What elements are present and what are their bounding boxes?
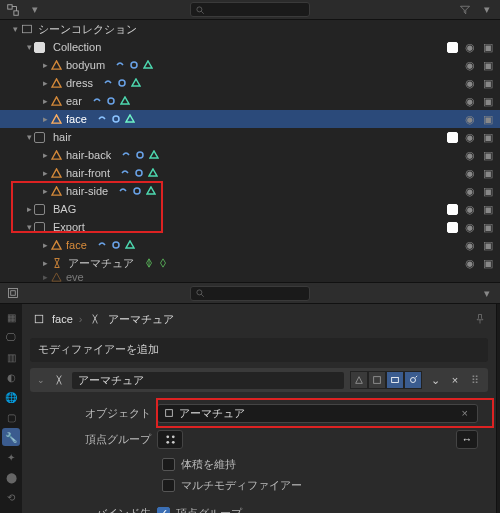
item-name: Collection: [49, 41, 105, 53]
tab-data[interactable]: ▽: [2, 508, 20, 513]
item-name: bodyum: [62, 59, 109, 71]
svg-rect-13: [11, 291, 16, 296]
exclude-checkbox[interactable]: [447, 42, 458, 53]
mesh-icon: [50, 60, 62, 71]
modifier-name-field[interactable]: アーマチュア: [72, 372, 344, 389]
object-label: オブジェクト: [56, 406, 151, 421]
mod-editmode-icon[interactable]: [368, 371, 386, 389]
tab-render[interactable]: ▦: [2, 308, 20, 326]
vgroup-field[interactable]: [157, 430, 183, 449]
mesh-row[interactable]: ▸ bodyum ◉▣: [0, 56, 500, 74]
item-name: hair: [49, 131, 75, 143]
tab-object[interactable]: ▢: [2, 408, 20, 426]
svg-point-6: [108, 98, 114, 104]
render-icon[interactable]: ▣: [482, 59, 494, 71]
tab-modifiers[interactable]: 🔧: [2, 428, 20, 446]
mod-oncage-icon[interactable]: [350, 371, 368, 389]
svg-point-22: [166, 440, 169, 443]
outliner-search[interactable]: [190, 2, 310, 17]
search-icon: [195, 288, 205, 298]
svg-rect-19: [166, 410, 173, 417]
armature-row[interactable]: ▸ アーマチュア ◉▣: [0, 254, 500, 272]
item-name: dress: [62, 77, 97, 89]
tab-viewlayer[interactable]: ▥: [2, 348, 20, 366]
options-icon[interactable]: ▾: [480, 286, 494, 300]
vgroup-label: 頂点グループ: [56, 432, 151, 447]
scene-icon: [20, 22, 34, 36]
disclosure-icon[interactable]: ▾: [10, 24, 20, 34]
properties-header: ▾: [0, 282, 500, 304]
svg-rect-1: [14, 10, 18, 14]
mod-realtime-icon[interactable]: [386, 371, 404, 389]
mod-delete-icon[interactable]: ×: [448, 373, 462, 387]
object-icon: [164, 408, 174, 418]
svg-point-10: [134, 188, 140, 194]
preserve-volume-checkbox[interactable]: [162, 458, 175, 471]
collection-row[interactable]: ▸ BAG ◉▣: [0, 200, 500, 218]
outliner-header: ▾ ▾: [0, 0, 500, 20]
mod-dropdown-icon[interactable]: ⌄: [428, 373, 442, 387]
add-modifier-dropdown[interactable]: モディファイアーを追加: [30, 338, 488, 362]
tab-particles[interactable]: ✦: [2, 448, 20, 466]
multi-modifier-checkbox[interactable]: [162, 479, 175, 492]
crumb-object: face: [52, 313, 73, 325]
scene-collection-row[interactable]: ▾ シーンコレクション: [0, 20, 500, 38]
visibility-icon[interactable]: ◉: [464, 41, 476, 53]
properties-type-icon[interactable]: [6, 286, 20, 300]
mod-extras-icon[interactable]: ⠿: [468, 373, 482, 387]
display-mode-icon[interactable]: ▾: [28, 3, 42, 17]
tab-world[interactable]: 🌐: [2, 388, 20, 406]
properties-search[interactable]: [190, 286, 310, 301]
svg-point-11: [113, 242, 119, 248]
tab-constraints[interactable]: ⟲: [2, 488, 20, 506]
object-field[interactable]: アーマチュア ×: [157, 404, 478, 423]
tab-output[interactable]: 🖵: [2, 328, 20, 346]
svg-point-9: [136, 170, 142, 176]
mesh-row[interactable]: ▸ hair-side ◉▣: [0, 182, 500, 200]
mod-render-icon[interactable]: [404, 371, 422, 389]
new-collection-icon[interactable]: ▾: [480, 3, 494, 17]
pin-icon[interactable]: [474, 313, 486, 325]
search-icon: [195, 5, 205, 15]
svg-rect-17: [392, 378, 399, 383]
clear-icon[interactable]: ×: [459, 407, 471, 419]
mesh-row[interactable]: ▸ dress ◉▣: [0, 74, 500, 92]
filter-icon[interactable]: [458, 3, 472, 17]
outliner-type-icon[interactable]: [6, 3, 20, 17]
tab-physics[interactable]: ⬤: [2, 468, 20, 486]
armature-icon: [50, 256, 64, 270]
vgroup-invert[interactable]: ↔: [456, 430, 478, 449]
bind-label: バインド先: [56, 506, 151, 514]
bind-vgroup-checkbox[interactable]: ✓: [157, 507, 170, 514]
mesh-row[interactable]: ▸ eve: [0, 272, 500, 282]
modifier-header[interactable]: ⌄ アーマチュア ⌄ × ⠿: [30, 368, 488, 392]
svg-point-23: [171, 440, 174, 443]
disclosure-icon[interactable]: ▸: [40, 60, 50, 70]
armature-mod-icon: [88, 312, 102, 326]
item-name: face: [62, 113, 91, 125]
mesh-row[interactable]: ▸ hair-front ◉▣: [0, 164, 500, 182]
disclosure-icon[interactable]: ⌄: [36, 375, 46, 385]
svg-point-20: [166, 435, 169, 438]
preserve-volume-label: 体積を維持: [181, 457, 236, 472]
svg-rect-3: [23, 25, 32, 33]
svg-point-14: [197, 290, 202, 295]
mesh-row[interactable]: ▸ face ◉▣: [0, 236, 500, 254]
svg-point-8: [137, 152, 143, 158]
collection-row[interactable]: ▾ Collection ◉ ▣: [0, 38, 500, 56]
collection-row[interactable]: ▾ hair ◉▣: [0, 128, 500, 146]
bind-vgroup-label: 頂点グループ: [176, 506, 242, 514]
disclosure-icon[interactable]: ▾: [24, 42, 34, 52]
modifier-body: オブジェクト アーマチュア × 頂点グループ ↔ 体積を維持: [30, 392, 488, 513]
mesh-row[interactable]: ▸ hair-back ◉▣: [0, 146, 500, 164]
mesh-row-selected[interactable]: ▸ face ◉▣: [0, 110, 500, 128]
item-name: ear: [62, 95, 86, 107]
collection-row-export[interactable]: ▾ Export ◉▣: [0, 218, 500, 236]
tab-scene[interactable]: ◐: [2, 368, 20, 386]
render-icon[interactable]: ▣: [482, 41, 494, 53]
modifier-icons: [115, 60, 153, 70]
visibility-icon[interactable]: ◉: [464, 59, 476, 71]
scene-label: シーンコレクション: [34, 22, 141, 37]
mesh-row[interactable]: ▸ ear ◉▣: [0, 92, 500, 110]
scrollbar[interactable]: [496, 304, 500, 513]
